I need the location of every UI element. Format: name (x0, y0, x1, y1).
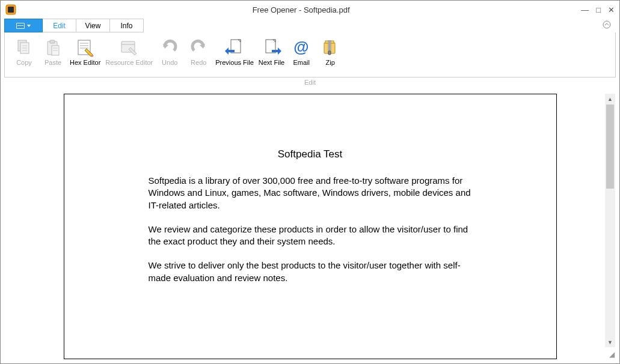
app-menu-icon (16, 23, 25, 29)
previous-file-icon (224, 37, 245, 58)
svg-rect-1 (8, 7, 14, 13)
tab-edit[interactable]: Edit (43, 19, 76, 32)
app-window: Free Opener - Softpedia.pdf — □ ✕ Edit V… (0, 0, 620, 364)
paste-button: Paste (38, 36, 67, 77)
hex-editor-icon (75, 37, 96, 58)
resource-editor-icon (119, 37, 140, 58)
minimize-button[interactable]: — (581, 5, 589, 14)
next-file-icon (262, 37, 282, 58)
zip-label: Zip (326, 59, 335, 76)
svg-point-2 (603, 21, 610, 28)
undo-icon (159, 37, 180, 58)
collapse-ribbon-button[interactable] (603, 20, 611, 31)
copy-label: Copy (16, 59, 32, 76)
doc-paragraph: We strive to deliver only the best produ… (149, 259, 472, 284)
doc-title: Softpedia Test (149, 148, 472, 160)
document-viewport[interactable]: Softpedia Test Softpedia is a library of… (5, 94, 615, 359)
redo-button: Redo (184, 36, 213, 77)
maximize-button[interactable]: □ (596, 5, 601, 14)
ribbon: Copy Paste Hex Editor Resource Editor Un… (4, 32, 616, 77)
previous-file-button[interactable]: Previous File (213, 36, 256, 77)
paste-icon (43, 37, 63, 58)
previous-file-label: Previous File (215, 59, 254, 76)
app-icon (5, 4, 16, 15)
next-file-button[interactable]: Next File (256, 36, 287, 77)
redo-icon (188, 37, 209, 58)
svg-rect-26 (328, 51, 331, 55)
ribbon-group-label: Edit (1, 79, 619, 86)
ribbon-tabs: Edit View Info (1, 19, 619, 32)
undo-button: Undo (155, 36, 184, 77)
document-page: Softpedia Test Softpedia is a library of… (64, 94, 557, 359)
email-icon: @ (291, 37, 312, 58)
app-menu-button[interactable] (4, 19, 43, 32)
email-label: Email (293, 59, 310, 76)
content-area: Softpedia Test Softpedia is a library of… (4, 93, 616, 360)
scroll-down-button[interactable]: ▼ (605, 337, 615, 347)
close-button[interactable]: ✕ (608, 5, 615, 14)
hex-editor-button[interactable]: Hex Editor (67, 36, 103, 77)
svg-rect-9 (50, 40, 55, 43)
zip-icon (320, 37, 340, 58)
zip-button[interactable]: Zip (316, 36, 345, 77)
copy-button: Copy (10, 36, 38, 77)
vertical-scrollbar[interactable]: ▲ ▼ (605, 94, 615, 347)
hex-editor-label: Hex Editor (70, 59, 100, 76)
tab-info[interactable]: Info (110, 19, 144, 32)
resize-grip[interactable]: ◢ (606, 350, 615, 359)
next-file-label: Next File (259, 59, 284, 76)
titlebar[interactable]: Free Opener - Softpedia.pdf — □ ✕ (1, 1, 619, 19)
window-controls: — □ ✕ (581, 5, 615, 14)
undo-label: Undo (162, 59, 177, 76)
copy-icon (14, 37, 34, 58)
window-title: Free Opener - Softpedia.pdf (21, 5, 581, 14)
svg-text:@: @ (294, 38, 309, 56)
doc-paragraph: We review and categorize these products … (149, 223, 472, 248)
scroll-thumb[interactable] (606, 105, 614, 189)
tab-view[interactable]: View (76, 19, 110, 32)
scroll-up-button[interactable]: ▲ (605, 94, 615, 104)
redo-label: Redo (191, 59, 206, 76)
doc-paragraph: Softpedia is a library of over 300,000 f… (149, 175, 472, 211)
resource-editor-button: Resource Editor (103, 36, 155, 77)
chevron-down-icon (27, 25, 31, 27)
paste-label: Paste (45, 59, 61, 76)
email-button[interactable]: @ Email (287, 36, 316, 77)
resource-editor-label: Resource Editor (105, 59, 153, 76)
